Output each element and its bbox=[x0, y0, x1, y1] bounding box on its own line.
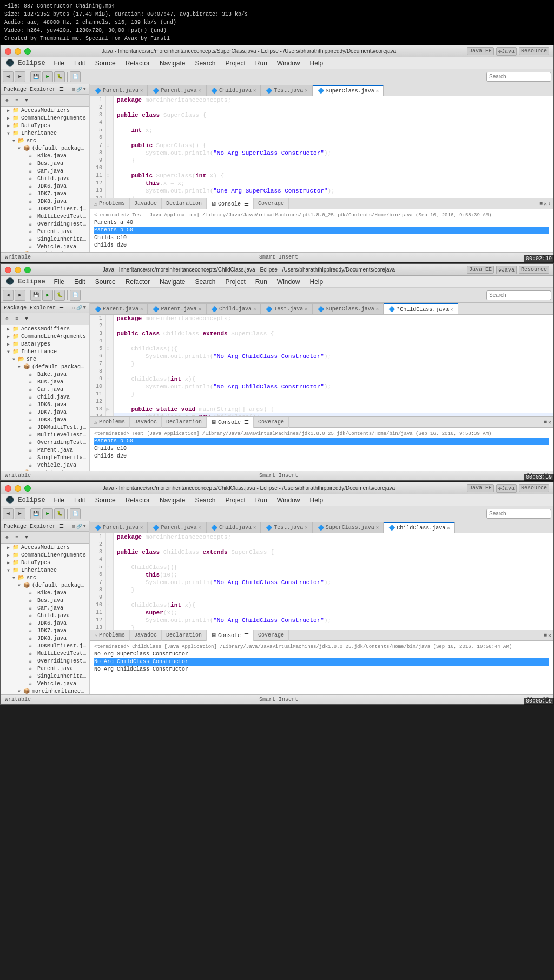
resource-button[interactable]: Resource bbox=[519, 47, 549, 55]
menu-run[interactable]: Run bbox=[251, 58, 272, 68]
pe2-menu[interactable]: ▼ bbox=[83, 305, 86, 311]
toolbar-debug[interactable]: 🐛 bbox=[54, 71, 65, 82]
tree3-jdkmulti[interactable]: ▶☕JDKMultiTest.java bbox=[1, 642, 89, 650]
toolbar2-back[interactable]: ◀ bbox=[3, 290, 14, 301]
tab3-superclass[interactable]: 🔷SuperClass.java✕ bbox=[313, 522, 384, 533]
tree-item-child[interactable]: ▶☕Child.java bbox=[1, 175, 89, 182]
java-button[interactable]: ⬙Java bbox=[496, 47, 517, 56]
tab2-parent2[interactable]: 🔷Parent.java✕ bbox=[148, 303, 206, 314]
tree2-overriding[interactable]: ▶☕OverridingTest.java bbox=[1, 439, 89, 446]
tree2-jdk6[interactable]: ▶☕JDK6.java bbox=[1, 401, 89, 408]
console3-terminate[interactable]: ■ bbox=[544, 632, 547, 639]
maximize-button[interactable] bbox=[24, 48, 31, 55]
minimize-button[interactable] bbox=[15, 48, 21, 55]
tree3-bike[interactable]: ▶☕Bike.java bbox=[1, 589, 89, 597]
tree-item-bike[interactable]: ▶☕Bike.java bbox=[1, 152, 89, 160]
menu-project[interactable]: Project bbox=[221, 58, 249, 68]
tree2-bus[interactable]: ▶☕Bus.java bbox=[1, 378, 89, 386]
tree-item-car[interactable]: ▶☕Car.java bbox=[1, 167, 89, 175]
tree3-inheritance[interactable]: ▼📁Inheritance bbox=[1, 566, 89, 574]
tab-test[interactable]: 🔷Test.java✕ bbox=[261, 85, 312, 96]
tab3-childclass[interactable]: 🔷ChildClass.java✕ bbox=[384, 522, 454, 533]
tree-item-moreinheritance[interactable]: ▼📦moreinheritanceconcepts bbox=[1, 250, 89, 252]
tab3-problems[interactable]: ⚠Problems bbox=[90, 630, 130, 641]
pe-btn3[interactable]: ▼ bbox=[22, 96, 31, 105]
tree-item-src[interactable]: ▼📂src bbox=[1, 137, 89, 144]
tree2-inheritance[interactable]: ▼📁Inheritance bbox=[1, 348, 89, 355]
tab3-child[interactable]: 🔷Child.java✕ bbox=[206, 522, 261, 533]
tree3-single[interactable]: ▶☕SingleInheritance.java bbox=[1, 672, 89, 680]
tree3-child[interactable]: ▶☕Child.java bbox=[1, 612, 89, 619]
tree-item-jdk6[interactable]: ▶☕JDK6.java bbox=[1, 182, 89, 190]
pe3-link[interactable]: 🔗 bbox=[76, 524, 82, 529]
toolbar2-run[interactable]: ▶ bbox=[42, 290, 53, 301]
toolbar2-debug[interactable]: 🐛 bbox=[54, 290, 65, 301]
menu3-run[interactable]: Run bbox=[251, 495, 272, 505]
tab-parent2[interactable]: 🔷Parent.java✕ bbox=[148, 85, 206, 96]
tree2-multilevel[interactable]: ▶☕MultiLevelTest.java bbox=[1, 431, 89, 439]
java-ee-button-3[interactable]: Java EE bbox=[467, 484, 494, 492]
tree2-datatypes[interactable]: ▶📁DataTypes bbox=[1, 340, 89, 348]
maximize-button-2[interactable] bbox=[24, 267, 31, 273]
tree-item-inheritance[interactable]: ▼📁Inheritance bbox=[1, 129, 89, 137]
java-button-2[interactable]: ⬙Java bbox=[496, 266, 517, 274]
menu2-project[interactable]: Project bbox=[221, 277, 249, 287]
menu2-navigate[interactable]: Navigate bbox=[155, 277, 189, 287]
link-icon[interactable]: 🔗 bbox=[76, 87, 82, 92]
java-button-3[interactable]: ⬙Java bbox=[496, 484, 517, 493]
pe2-collapse[interactable]: ⊟ bbox=[72, 305, 75, 311]
menu-edit[interactable]: Edit bbox=[70, 58, 90, 68]
console3-clear[interactable]: ✕ bbox=[548, 632, 551, 639]
tab2-child[interactable]: 🔷Child.java✕ bbox=[206, 303, 261, 314]
tree-item-jdkmulti[interactable]: ▶☕JDKMultiTest.java bbox=[1, 205, 89, 213]
pe2-link[interactable]: 🔗 bbox=[76, 305, 82, 311]
tree-item-accessmodifiers[interactable]: ▶📁AccessModifiers bbox=[1, 107, 89, 114]
tree-item-jdk8[interactable]: ▶☕JDK8.java bbox=[1, 197, 89, 205]
menu2-file[interactable]: File bbox=[50, 277, 69, 287]
toolbar3-run[interactable]: ▶ bbox=[42, 508, 53, 519]
toolbar-forward[interactable]: ▶ bbox=[15, 71, 25, 82]
java-ee-button[interactable]: Java EE bbox=[467, 47, 494, 55]
toolbar-search-2[interactable] bbox=[486, 290, 551, 300]
tree2-child[interactable]: ▶☕Child.java bbox=[1, 393, 89, 401]
tree2-vehicle[interactable]: ▶☕Vehicle.java bbox=[1, 461, 89, 469]
tab-parent1[interactable]: 🔷Parent.java✕ bbox=[90, 85, 148, 96]
menu2-source[interactable]: Source bbox=[91, 277, 120, 287]
menu3-navigate[interactable]: Navigate bbox=[155, 495, 189, 505]
tree3-overriding[interactable]: ▶☕OverridingTest.java bbox=[1, 657, 89, 665]
resource-button-2[interactable]: Resource bbox=[519, 266, 549, 274]
tree3-accessmodifiers[interactable]: ▶📁AccessModifiers bbox=[1, 544, 89, 551]
tab-console[interactable]: 🖥Console ☰ bbox=[207, 198, 254, 209]
pe3-btn1[interactable]: ⊕ bbox=[3, 533, 11, 542]
tab3-parent2[interactable]: 🔷Parent.java✕ bbox=[148, 522, 206, 533]
pe-btn1[interactable]: ⊕ bbox=[3, 96, 11, 105]
toolbar-run[interactable]: ▶ bbox=[42, 71, 53, 82]
menu3-window[interactable]: Window bbox=[273, 495, 305, 505]
menu-window[interactable]: Window bbox=[273, 58, 305, 68]
toolbar-back[interactable]: ◀ bbox=[3, 71, 14, 82]
tree-item-cmdline[interactable]: ▶📁CommandLineArguments bbox=[1, 114, 89, 122]
tree3-src[interactable]: ▼📂src bbox=[1, 574, 89, 581]
menu2-help[interactable]: Help bbox=[306, 277, 328, 287]
tab2-superclass[interactable]: 🔷SuperClass.java✕ bbox=[313, 303, 384, 314]
tab2-childclass[interactable]: 🔷*ChildClass.java✕ bbox=[384, 303, 458, 314]
menu3-edit[interactable]: Edit bbox=[70, 495, 90, 505]
menu-help[interactable]: Help bbox=[306, 58, 328, 68]
console2-terminate[interactable]: ■ bbox=[544, 419, 547, 426]
tree-item-datatypes[interactable]: ▶📁DataTypes bbox=[1, 122, 89, 129]
tab2-declaration[interactable]: Declaration bbox=[162, 417, 207, 428]
tab3-declaration[interactable]: Declaration bbox=[162, 630, 207, 641]
tab2-console[interactable]: 🖥Console ☰ bbox=[207, 417, 254, 428]
tree2-cmdline[interactable]: ▶📁CommandLineArguments bbox=[1, 333, 89, 340]
tree-item-vehicle[interactable]: ▶☕Vehicle.java bbox=[1, 243, 89, 250]
tab-superclass[interactable]: 🔷SuperClass.java✕ bbox=[313, 85, 384, 96]
tab2-test[interactable]: 🔷Test.java✕ bbox=[261, 303, 312, 314]
tab-problems[interactable]: ⚠Problems bbox=[90, 198, 130, 209]
tab3-coverage[interactable]: Coverage bbox=[254, 630, 289, 641]
pe3-menu[interactable]: ▼ bbox=[83, 524, 86, 529]
resource-button-3[interactable]: Resource bbox=[519, 484, 549, 492]
tree3-parent[interactable]: ▶☕Parent.java bbox=[1, 665, 89, 672]
tab-coverage[interactable]: Coverage bbox=[254, 198, 289, 209]
tree3-vehicle[interactable]: ▶☕Vehicle.java bbox=[1, 680, 89, 687]
menu2-window[interactable]: Window bbox=[273, 277, 305, 287]
